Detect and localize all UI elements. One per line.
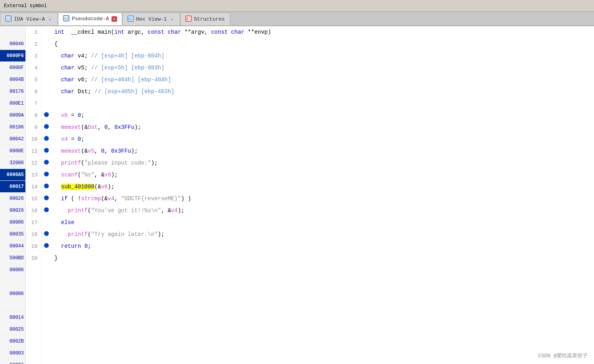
addr-17: 00006 — [0, 216, 25, 228]
addr-23: 00006 — [0, 288, 25, 300]
svg-text:A: A — [186, 17, 188, 21]
addr-15: 00026 — [0, 193, 25, 205]
addr-22 — [0, 276, 25, 288]
addr-21: 00006 — [0, 264, 25, 276]
table-row: 5 char v6; // [esp+404h] [ebp-404h] — [26, 74, 594, 86]
line-num-11: 11 — [26, 145, 42, 157]
dot-cell-12 — [42, 157, 51, 169]
line-num-1: 1 — [26, 26, 42, 38]
code-line-20: } — [51, 252, 594, 264]
line-num-19: 19 — [26, 240, 42, 252]
table-row: 12 printf("please input code:"); — [26, 157, 594, 169]
code-icon: </> — [5, 15, 12, 23]
line-num-14: 14 — [26, 181, 42, 193]
table-row — [26, 312, 594, 324]
code-line-12: printf("please input code:"); — [51, 157, 594, 169]
code-line-1: int __cdecl main(int argc, const char **… — [51, 26, 594, 38]
dot-cell-9 — [42, 121, 51, 133]
dot-cell-15 — [42, 193, 51, 205]
struct-icon: A — [185, 15, 192, 23]
table-row: 19 return 0; — [26, 240, 594, 252]
addr-28: 00003 — [0, 347, 25, 359]
table-row: 3 char v4; // [esp+4h] [ebp-804h] — [26, 50, 594, 62]
svg-text:0x: 0x — [128, 17, 132, 21]
table-row: 1 int __cdecl main(int argc, const char … — [26, 26, 594, 38]
table-row — [26, 359, 594, 364]
tab-hex-view-close[interactable]: ✕ — [169, 17, 175, 22]
line-num-15: 15 — [26, 193, 42, 205]
code-line-8: v6 = 0; — [51, 109, 594, 121]
top-bar-title: External symbol — [2, 3, 47, 9]
hex-icon: 0x — [127, 15, 134, 23]
code-line-10: v4 = 0; — [51, 133, 594, 145]
table-row: 6 char Dst; // [esp+405h] [ebp-403h] — [26, 86, 594, 98]
tab-hex-view[interactable]: 0x Hex View-1 ✕ — [122, 13, 180, 25]
tab-hex-view-label: Hex View-1 — [136, 16, 167, 22]
dot-cell-7 — [42, 98, 51, 109]
line-num-10: 10 — [26, 133, 42, 145]
code-line-15: if ( !strcmp(&v4, "DDCTF{reverseME}") ) — [51, 193, 594, 205]
table-row: 9 memset(&Dst, 0, 0x3FFu); — [26, 121, 594, 133]
dot-cell-20 — [42, 252, 51, 264]
tab-ida-view-close[interactable]: ✕ — [47, 17, 53, 22]
addr-2: 00046 — [0, 38, 25, 50]
tab-structures[interactable]: A Structures — [180, 13, 230, 25]
tab-ida-view-label: IDA View-A — [14, 16, 45, 22]
line-num-2: 2 — [26, 38, 42, 50]
tab-pseudocode-close[interactable]: ✕ — [111, 16, 117, 22]
table-row — [26, 300, 594, 312]
code-line-7 — [51, 98, 594, 109]
dot-cell-11 — [42, 145, 51, 157]
tab-pseudocode[interactable]: </> Pseudocode-A ✕ — [58, 13, 122, 25]
line-num-6: 6 — [26, 86, 42, 98]
tab-ida-view[interactable]: </> IDA View-A ✕ — [0, 13, 58, 25]
addr-1 — [0, 26, 25, 38]
dot-cell-14 — [42, 181, 51, 193]
addr-18: 00035 — [0, 228, 25, 240]
table-row — [26, 335, 594, 347]
addr-20: 500BD — [0, 252, 25, 264]
line-num-8: 8 — [26, 109, 42, 121]
table-row: 16 printf("You've got it!!%s\n", &v4); — [26, 205, 594, 216]
table-row: 8 v6 = 0; — [26, 109, 594, 121]
line-num-16: 16 — [26, 205, 42, 216]
dot-cell-17 — [42, 216, 51, 228]
main-content: 00046 0000F6 0000F 0004B 00176 000E1 000… — [0, 26, 594, 364]
dot-cell-10 — [42, 133, 51, 145]
table-row — [26, 276, 594, 288]
addr-25: 00014 — [0, 312, 25, 324]
dot-cell-13 — [42, 169, 51, 181]
code-line-11: memset(&v5, 0, 0x3FFu); — [51, 145, 594, 157]
table-row: 2 { — [26, 38, 594, 50]
table-row: 10 v4 = 0; — [26, 133, 594, 145]
line-num-13: 13 — [26, 169, 42, 181]
dot-cell-5 — [42, 74, 51, 86]
table-row: 20 } — [26, 252, 594, 264]
code-line-18: printf("Try again later.\n"); — [51, 228, 594, 240]
top-bar: External symbol — [0, 0, 594, 12]
dot-cell-19 — [42, 240, 51, 252]
table-row — [26, 347, 594, 359]
code-line-9: memset(&Dst, 0, 0x3FFu); — [51, 121, 594, 133]
svg-text:</>: </> — [64, 17, 69, 21]
addr-26: 00025 — [0, 324, 25, 335]
code-line-2: { — [51, 38, 594, 50]
addr-19: 00044 — [0, 240, 25, 252]
table-row: 15 if ( !strcmp(&v4, "DDCTF{reverseME}")… — [26, 193, 594, 205]
code-line-4: char v5; // [esp+5h] [ebp-803h] — [51, 62, 594, 74]
table-row: 7 — [26, 98, 594, 109]
line-num-5: 5 — [26, 74, 42, 86]
addr-10: 00042 — [0, 133, 25, 145]
address-sidebar: 00046 0000F6 0000F 0004B 00176 000E1 000… — [0, 26, 26, 364]
table-row: 14 sub_401000(&v6); — [26, 181, 594, 193]
dot-cell-16 — [42, 205, 51, 216]
dot-cell-2 — [42, 38, 51, 50]
addr-16: 00026 — [0, 205, 25, 216]
dot-cell-3 — [42, 50, 51, 62]
code-area[interactable]: 1 int __cdecl main(int argc, const char … — [26, 26, 594, 364]
table-row: 13 scanf("%s", &v6); — [26, 169, 594, 181]
dot-cell-8 — [42, 109, 51, 121]
tab-pseudocode-label: Pseudocode-A — [72, 16, 109, 22]
addr-4: 0000F — [0, 62, 25, 74]
addr-5: 0004B — [0, 74, 25, 86]
